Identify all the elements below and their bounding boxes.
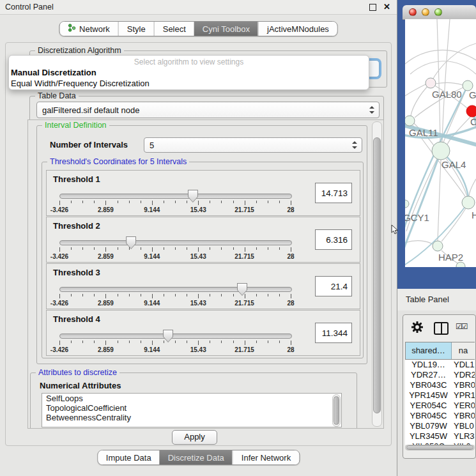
threshold-slider[interactable]: -3.4262.8599.14415.4321.71528 [59, 328, 291, 355]
network-edge[interactable] [405, 241, 433, 244]
table-row[interactable]: YDL19…YDL1 [405, 360, 475, 370]
threshold-slider[interactable]: -3.4262.8599.14415.4321.71528 [59, 235, 291, 262]
table-row[interactable]: YER054CYER0 [405, 401, 475, 411]
network-edge[interactable] [410, 61, 476, 74]
slider-track[interactable] [59, 334, 292, 339]
threshold-label: Threshold 3 [53, 268, 100, 277]
column-header-shared-name[interactable]: shared… [405, 342, 452, 359]
cyni-toolbox-content: Discretization Algorithm Table Data galF… [5, 42, 392, 446]
threshold-slider[interactable]: -3.4262.8599.14415.4321.71528 [59, 188, 291, 215]
table-data-title: Table Data [35, 91, 79, 100]
close-traffic-light-icon[interactable] [409, 8, 417, 16]
settings-vertical-scrollbar[interactable] [372, 121, 382, 427]
network-edge[interactable] [405, 84, 426, 96]
tab-style[interactable]: Style [118, 22, 154, 36]
apply-button[interactable]: Apply [172, 430, 217, 445]
network-node[interactable] [462, 196, 475, 209]
column-header-name[interactable]: na [452, 342, 475, 359]
network-edge[interactable] [469, 179, 476, 197]
table-row[interactable]: YBR045CYBR0 [405, 411, 475, 421]
network-edge[interactable] [441, 208, 466, 242]
slider-track[interactable] [59, 240, 292, 245]
minimize-traffic-light-icon[interactable] [422, 8, 429, 16]
network-edge-highlighted[interactable] [405, 151, 441, 250]
numerical-attributes-label: Numerical Attributes [40, 381, 121, 390]
attributes-group: Attributes to discretize Numerical Attri… [30, 372, 357, 429]
network-node[interactable] [466, 105, 476, 117]
network-node[interactable] [426, 78, 436, 88]
attribute-item[interactable]: BetweennessCentrality [42, 413, 341, 422]
tab-select[interactable]: Select [154, 22, 194, 36]
tick-label: 2.859 [98, 253, 114, 260]
gear-icon[interactable] [411, 321, 423, 335]
tab-impute-data[interactable]: Impute Data [98, 450, 160, 464]
network-node[interactable] [432, 142, 450, 160]
panel-title: Control Panel [5, 3, 54, 12]
close-icon[interactable]: ✕ [383, 2, 390, 12]
tick-label: 21.715 [234, 206, 254, 213]
slider-ticks [59, 247, 291, 252]
zoom-traffic-light-icon[interactable] [434, 8, 442, 16]
table-horizontal-scrollbar[interactable] [405, 445, 475, 450]
cell-name: YBR0 [452, 380, 475, 390]
settings-scroll-area: Interval Definition Number of Intervals … [27, 119, 384, 429]
threshold-value-field[interactable]: 14.713 [315, 183, 352, 203]
tick-label: 15.43 [190, 346, 206, 353]
tick-label: 2.859 [98, 346, 114, 353]
algorithm-option-manual-discretization[interactable]: Manual Discretization [9, 67, 369, 78]
threshold-label: Threshold 2 [53, 221, 100, 231]
cell-shared-name: YBR045C [405, 411, 452, 421]
node-label: GAL11 [409, 127, 438, 138]
threshold-panel-4: Threshold 4-3.4262.8599.14415.4321.71528… [46, 310, 360, 356]
table-row[interactable]: YLR345WYLR3 [405, 431, 475, 441]
network-edge[interactable] [411, 83, 431, 116]
threshold-label: Threshold 1 [53, 174, 100, 184]
network-window-titlebar [403, 5, 476, 20]
columns-icon[interactable] [434, 322, 449, 335]
threshold-value-field[interactable]: 21.4 [315, 276, 352, 296]
threshold-value-field[interactable]: 11.344 [315, 323, 352, 343]
slider-track[interactable] [59, 287, 292, 292]
threshold-panel-3: Threshold 3-3.4262.8599.14415.4321.71528… [46, 263, 360, 309]
network-edge[interactable] [405, 50, 476, 64]
table-toolbar: ☑☑ [403, 315, 475, 341]
network-node[interactable] [433, 241, 443, 251]
attribute-item[interactable]: TopologicalCoefficient [42, 403, 341, 413]
float-window-icon[interactable] [369, 4, 376, 11]
tick-label: 28 [287, 206, 294, 213]
table-row[interactable]: YPR145WYPR1 [405, 390, 475, 401]
checkbox-columns-icon[interactable]: ☑☑ [456, 322, 467, 331]
tab-label: Impute Data [106, 453, 151, 463]
network-edge[interactable] [436, 83, 463, 85]
table-data-group: Table Data galFiltered.sif default node [29, 96, 384, 121]
tab-network[interactable]: Network [59, 22, 118, 36]
attribute-item[interactable]: SelfLoops [42, 394, 341, 403]
network-edge[interactable] [431, 43, 476, 83]
table-row[interactable]: YDR27…YDR2 [405, 370, 475, 380]
node-label: GCY1 [405, 212, 429, 223]
network-edge[interactable] [437, 19, 440, 142]
table-data-combobox[interactable]: galFiltered.sif default node [36, 102, 380, 118]
tab-infer-network[interactable]: Infer Network [233, 450, 299, 464]
network-edge[interactable] [438, 160, 441, 241]
node-label: H [472, 210, 476, 220]
tick-label: 2.859 [98, 206, 114, 213]
cell-shared-name: YPR145W [405, 390, 452, 401]
threshold-slider[interactable]: -3.4262.8599.14415.4321.71528 [59, 282, 291, 309]
numerical-attributes-list[interactable]: SelfLoopsTopologicalCoefficientBetweenne… [42, 393, 342, 427]
tab-jactivemnodules[interactable]: jActiveMNodules [258, 22, 337, 36]
network-node[interactable] [405, 116, 415, 126]
network-node[interactable] [405, 200, 409, 208]
tab-discretize-data[interactable]: Discretize Data [160, 450, 233, 464]
tab-label: Infer Network [242, 453, 291, 463]
algorithm-option-equal-width-frequency-discretization[interactable]: Equal Width/Frequency Discretization [9, 78, 369, 89]
cell-shared-name: YDR27… [405, 370, 452, 380]
number-of-intervals-combobox[interactable]: 5 [144, 137, 362, 153]
network-canvas[interactable]: GAL80GACGAL11GAL4GCY1HHAP2 [405, 19, 476, 267]
table-row[interactable]: YBL079WYBL0 [405, 421, 475, 431]
tab-cyni-toolbox[interactable]: Cyni Toolbox [194, 22, 258, 36]
threshold-value-field[interactable]: 6.316 [315, 229, 352, 250]
list-scrollbar[interactable] [332, 394, 341, 427]
table-row[interactable]: YBR043CYBR0 [405, 380, 475, 390]
slider-track[interactable] [59, 194, 292, 199]
